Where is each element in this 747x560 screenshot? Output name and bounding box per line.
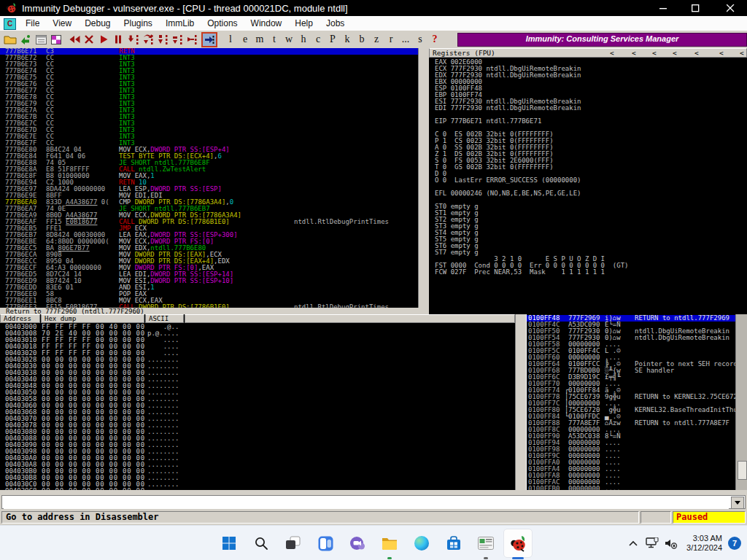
toolbar-letter-help[interactable]: ? (427, 34, 442, 45)
maximize-button[interactable] (683, 0, 708, 16)
menu-help[interactable]: Help (288, 16, 320, 31)
registers-scroll-arrow[interactable]: < (632, 49, 636, 58)
command-input[interactable] (4, 497, 729, 509)
windows-list-button[interactable] (34, 32, 48, 47)
register-line[interactable]: O 0 LastErr ERROR_SUCCESS (00000000) (435, 177, 581, 184)
clock[interactable]: 3:03 AM 3/12/2024 (686, 534, 722, 553)
stack-scrollbar[interactable] (735, 314, 747, 490)
chat-icon[interactable] (341, 526, 374, 560)
disasm-row[interactable]: 777B6E7BCCINT3 (0, 114, 418, 120)
close-button[interactable] (718, 0, 743, 16)
stack-pane[interactable]: 0100FF48777F2969i)⌂wRETURN to ntdll.777F… (527, 314, 735, 490)
tray-chevron-up-icon[interactable] (624, 526, 643, 560)
disasm-row[interactable]: 777B6E978DA424 00000000LEA ESP,DWORD PTR… (0, 186, 418, 192)
toolbar-letter-m[interactable]: m (252, 34, 267, 45)
breakpoints-window-button[interactable] (49, 32, 63, 47)
file-explorer-icon[interactable] (374, 526, 406, 560)
restart-button[interactable] (18, 32, 33, 47)
disassembly-scrollbar[interactable] (418, 48, 429, 308)
app-window-icon[interactable] (470, 526, 502, 560)
disasm-row[interactable]: 777B6E7CCCINT3 (0, 120, 418, 127)
registers-scroll-arrow[interactable]: < (719, 49, 724, 58)
toolbar-letter-k[interactable]: k (340, 34, 355, 45)
dump-header-address[interactable]: Address (0, 314, 40, 323)
terminate-button[interactable] (82, 32, 96, 47)
run-button[interactable] (96, 32, 111, 47)
register-line[interactable]: T 0 GS 002B 32bit 0(FFFFFFFF) (435, 164, 554, 171)
dump-header-hex[interactable]: Hex dump (41, 314, 144, 323)
menu-view[interactable]: View (46, 16, 78, 31)
minimize-button[interactable] (651, 0, 676, 16)
volume-muted-icon[interactable] (662, 526, 681, 560)
toolbar-letter-r[interactable]: r (384, 34, 398, 45)
run-to-user-code-button[interactable] (201, 32, 217, 47)
stack-scrollbar-thumb[interactable] (738, 461, 747, 480)
registers-scroll-arrow[interactable]: < (610, 49, 614, 58)
network-icon[interactable] (643, 526, 662, 560)
disasm-row[interactable]: 777B6E7DCCINT3 (0, 127, 418, 133)
menu-options[interactable]: Options (201, 16, 244, 31)
register-line[interactable]: FCW 027F Prec NEAR,53 Mask 1 1 1 1 1 1 (435, 269, 605, 276)
disasm-row[interactable]: 777B6E71C3RETN (0, 48, 418, 55)
disasm-row[interactable]: 777B6E79CCINT3 (0, 101, 418, 107)
disasm-row[interactable]: 777B6E73CCINT3 (0, 61, 418, 68)
step-over-button[interactable] (141, 32, 155, 47)
menu-debug[interactable]: Debug (78, 16, 117, 31)
trace-over-button[interactable] (170, 32, 185, 47)
widgets-icon[interactable] (309, 526, 341, 560)
registers-scroll-arrow[interactable]: < (694, 49, 699, 58)
open-file-button[interactable] (3, 32, 18, 47)
disasm-row[interactable]: 777B6E7ECCINT3 (0, 133, 418, 140)
toolbar-letter-e[interactable]: e (238, 34, 252, 45)
registers-scroll-arrow[interactable]: < (652, 49, 657, 58)
registers-content[interactable]: EAX 002E6000ECX 777F2930 ntdll.DbgUiRemo… (429, 58, 747, 314)
notification-badge[interactable]: 7 (728, 537, 741, 550)
disasm-row[interactable]: 777B6E7ACCINT3 (0, 107, 418, 114)
registers-pane[interactable]: Registers (FPU) <<<<<<< EAX 002E6000ECX … (429, 48, 747, 314)
toolbar-letter-P[interactable]: P (325, 34, 340, 45)
registers-scroll-arrow[interactable]: < (673, 49, 677, 58)
toolbar-letter-t[interactable]: t (267, 34, 282, 45)
toolbar-letter-s[interactable]: s (413, 34, 427, 45)
disasm-row[interactable]: 777B6E78CCINT3 (0, 94, 418, 101)
registers-scroll-arrow[interactable]: < (740, 49, 744, 58)
disasm-row[interactable]: 777B6E76CCINT3 (0, 81, 418, 88)
disasm-row[interactable]: 777B6EDD83E6 01AND ESI,1 (0, 284, 418, 291)
pane-divider[interactable] (515, 314, 527, 490)
toolbar-letter-z[interactable]: z (369, 34, 384, 45)
toolbar-letter-b[interactable]: b (355, 34, 369, 45)
disasm-row[interactable]: 777B6E74CCINT3 (0, 68, 418, 74)
toolbar-letter-dots[interactable]: ... (398, 34, 413, 45)
toolbar-letter-h[interactable]: h (296, 34, 311, 45)
disasm-row[interactable]: 777B6E72CCINT3 (0, 55, 418, 61)
register-line[interactable]: EIP 777B6E71 ntdll.777B6E71 (435, 118, 541, 125)
edge-icon[interactable] (406, 526, 438, 560)
immunity-debugger-taskbar-icon[interactable] (502, 526, 534, 560)
toolbar-letter-l[interactable]: l (223, 34, 238, 45)
rewind-button[interactable] (67, 32, 82, 47)
command-dropdown-button[interactable] (731, 497, 744, 509)
dump-pane[interactable]: Address Hex dump ASCII 00403000FF FF FF … (0, 314, 515, 490)
search-icon[interactable] (245, 526, 277, 560)
menu-file[interactable]: File (19, 16, 46, 31)
execute-till-return-button[interactable] (185, 32, 199, 47)
step-into-button[interactable] (126, 32, 141, 47)
menu-immlib[interactable]: ImmLib (159, 16, 201, 31)
menu-plugins[interactable]: Plugins (117, 16, 159, 31)
register-line[interactable]: EDI 777F2930 ntdll.DbgUiRemoteBreakin (435, 105, 581, 112)
task-view-icon[interactable] (277, 526, 309, 560)
toolbar-letter-w[interactable]: w (282, 34, 296, 45)
disassembly-pane[interactable]: 777B6E71C3RETN777B6E72CCINT3777B6E73CCIN… (0, 48, 418, 308)
disasm-row[interactable]: 777B6EE058POP EAX (0, 291, 418, 298)
microsoft-store-icon[interactable] (438, 526, 470, 560)
toolbar-letter-c[interactable]: c (311, 34, 325, 45)
dump-header-ascii[interactable]: ASCII (145, 314, 184, 323)
register-line[interactable]: EFL 00000246 (NO,NB,E,BE,NS,PE,GE,LE) (435, 190, 581, 197)
menu-jobs[interactable]: Jobs (320, 16, 351, 31)
dump-row[interactable]: 004030C800 00 00 00 00 00 00 00........ (0, 488, 515, 490)
stack-row[interactable]: 0100FFB000000000.... (527, 486, 735, 490)
trace-into-button[interactable] (155, 32, 170, 47)
pause-button[interactable] (111, 32, 125, 47)
menu-window[interactable]: Window (244, 16, 289, 31)
disasm-row[interactable]: 777B6E75CCINT3 (0, 74, 418, 81)
